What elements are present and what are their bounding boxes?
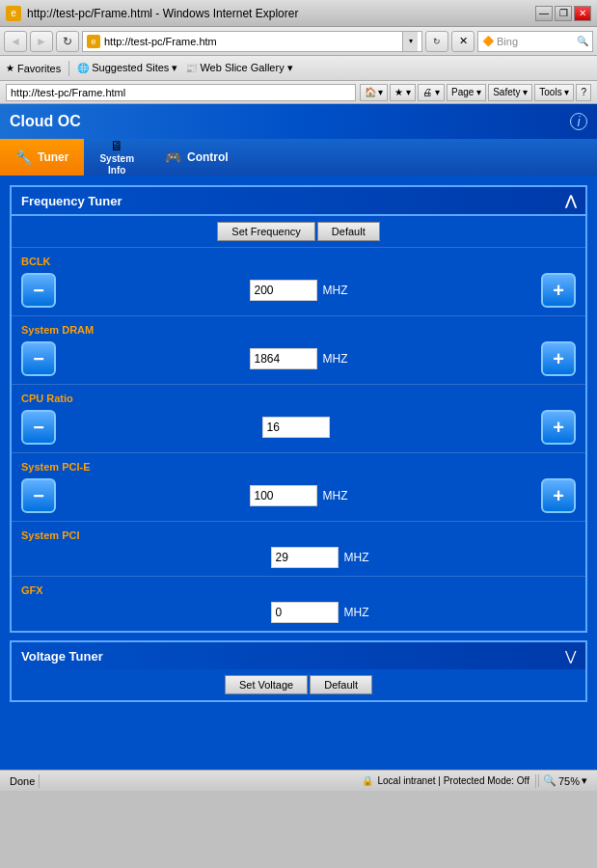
zoom-icon: 🔍	[543, 774, 556, 787]
bclk-plus-button[interactable]: +	[541, 273, 576, 308]
bclk-section: BCLK − MHZ +	[12, 248, 585, 316]
web-slice-item[interactable]: 📰 Web Slice Gallery ▾	[185, 62, 292, 74]
favorites-bar: ★ Favorites 🌐 Suggested Sites ▾ 📰 Web Sl…	[0, 56, 597, 81]
voltage-expand-button[interactable]: ⋁	[565, 648, 576, 664]
zoom-control[interactable]: 🔍 75% ▾	[538, 774, 591, 787]
system-pci-input-wrapper: MHZ	[64, 547, 576, 568]
system-pcie-section: System PCI-E − MHZ +	[12, 453, 585, 522]
bclk-label: BCLK	[21, 256, 576, 267]
system-dram-plus-button[interactable]: +	[541, 341, 576, 376]
content-area: Frequency Tuner ⋀ Set Frequency Default …	[0, 176, 597, 770]
control-label: Control	[187, 150, 229, 164]
frequency-default-button[interactable]: Default	[317, 222, 380, 241]
voltage-tuner-title: Voltage Tuner	[21, 649, 103, 664]
bclk-minus-button[interactable]: −	[21, 273, 56, 308]
address-bar[interactable]: e http://test-pc/Frame.htm ▾	[82, 31, 422, 52]
tab-control[interactable]: 🎮 Control	[149, 139, 244, 176]
gfx-input[interactable]	[271, 602, 339, 623]
voltage-default-button[interactable]: Default	[310, 675, 372, 694]
system-pcie-input[interactable]	[250, 485, 317, 506]
system-pci-label: System PCI	[21, 529, 576, 541]
gfx-section: GFX MHZ	[12, 577, 585, 631]
cpu-ratio-plus-button[interactable]: +	[541, 410, 576, 445]
system-pci-controls: MHZ	[21, 547, 576, 568]
search-go-button[interactable]: 🔍	[577, 36, 588, 46]
browser-title: http://test-pc/Frame.html - Windows Inte…	[27, 7, 298, 20]
system-info-icon: 🖥	[110, 138, 123, 153]
page-url: http://test-pc/Frame.html	[11, 87, 125, 98]
stop-button[interactable]: ✕	[451, 31, 475, 52]
restore-button[interactable]: ❐	[555, 6, 572, 21]
page-menu-button[interactable]: Page ▾	[447, 84, 486, 101]
system-pcie-controls: − MHZ +	[21, 478, 576, 513]
security-text: Local intranet | Protected Mode: Off	[373, 775, 533, 786]
cloud-oc-header: Cloud OC i	[0, 104, 597, 139]
web-slice-label: Web Slice Gallery ▾	[200, 62, 292, 74]
voltage-tuner-header: Voltage Tuner ⋁	[12, 642, 585, 669]
set-frequency-button[interactable]: Set Frequency	[217, 222, 315, 241]
tab-tuner[interactable]: 🔧 Tuner	[0, 139, 84, 176]
page-address-bar: http://test-pc/Frame.html 🏠 ▾ ★ ▾ 🖨 ▾ Pa…	[0, 81, 597, 104]
safety-menu-button[interactable]: Safety ▾	[488, 84, 532, 101]
zoom-dropdown-icon: ▾	[582, 774, 587, 787]
favorites-star-button[interactable]: ★ ▾	[390, 84, 416, 101]
system-pcie-plus-button[interactable]: +	[541, 478, 576, 513]
favorites-item[interactable]: ★ Favorites	[6, 63, 61, 74]
home-button[interactable]: 🏠 ▾	[360, 84, 389, 101]
tab-system-info[interactable]: 🖥 SystemInfo	[84, 139, 149, 176]
forward-button[interactable]: ►	[30, 31, 53, 52]
system-pcie-label: System PCI-E	[21, 461, 576, 473]
tools-menu-button[interactable]: Tools ▾	[534, 84, 574, 101]
refresh-button[interactable]: ↻	[56, 31, 79, 52]
gfx-unit: MHZ	[344, 606, 369, 619]
print-button[interactable]: 🖨 ▾	[418, 84, 445, 101]
frequency-tuner-panel: Frequency Tuner ⋀ Set Frequency Default …	[10, 185, 587, 633]
cpu-ratio-controls: − +	[21, 410, 576, 445]
tuner-icon: 🔧	[15, 149, 32, 165]
status-right: 🔒 Local intranet | Protected Mode: Off 🔍…	[40, 774, 591, 788]
status-divider2	[535, 774, 536, 788]
cpu-ratio-label: CPU Ratio	[21, 393, 576, 404]
system-dram-section: System DRAM − MHZ +	[12, 316, 585, 385]
status-bar: Done 🔒 Local intranet | Protected Mode: …	[0, 770, 597, 791]
fav-divider	[68, 61, 69, 76]
system-dram-input[interactable]	[250, 348, 317, 369]
zoom-level: 75%	[558, 775, 580, 787]
collapse-button[interactable]: ⋀	[565, 193, 576, 208]
gfx-label: GFX	[21, 584, 576, 596]
cpu-ratio-section: CPU Ratio − +	[12, 385, 585, 453]
set-voltage-button[interactable]: Set Voltage	[225, 675, 308, 694]
control-icon: 🎮	[165, 149, 181, 165]
frequency-tuner-title: Frequency Tuner	[21, 194, 122, 208]
bing-icon: 🔶	[482, 36, 494, 46]
minimize-button[interactable]: —	[535, 6, 553, 21]
web-slice-icon: 📰	[185, 63, 197, 73]
tuner-label: Tuner	[38, 150, 68, 164]
bclk-controls: − MHZ +	[21, 273, 576, 308]
go-refresh-button[interactable]: ↻	[425, 31, 448, 52]
browser-titlebar: e http://test-pc/Frame.html - Windows In…	[0, 0, 597, 27]
cpu-ratio-input-wrapper	[64, 417, 533, 438]
gfx-controls: MHZ	[21, 602, 576, 623]
page-toolbar: 🏠 ▾ ★ ▾ 🖨 ▾ Page ▾ Safety ▾ Tools ▾ ?	[360, 84, 591, 101]
suggested-sites-item[interactable]: 🌐 Suggested Sites ▾	[77, 62, 177, 74]
address-dropdown[interactable]: ▾	[402, 32, 418, 51]
info-icon[interactable]: i	[570, 113, 587, 130]
bclk-input[interactable]	[250, 280, 317, 301]
system-pcie-minus-button[interactable]: −	[21, 478, 56, 513]
browser-icon: e	[6, 6, 21, 21]
cpu-ratio-input[interactable]	[262, 417, 330, 438]
cpu-ratio-minus-button[interactable]: −	[21, 410, 56, 445]
back-button[interactable]: ◄	[4, 31, 27, 52]
voltage-action-row: Set Voltage Default	[12, 669, 585, 700]
page-address-text[interactable]: http://test-pc/Frame.html	[6, 84, 356, 101]
browser-content: Cloud OC i 🔧 Tuner 🖥 SystemInfo 🎮 Contro…	[0, 104, 597, 770]
search-bar[interactable]: 🔶 Bing 🔍	[477, 31, 593, 52]
browser-navbar: ◄ ► ↻ e http://test-pc/Frame.htm ▾ ↻ ✕ 🔶…	[0, 27, 597, 56]
help-button[interactable]: ?	[576, 84, 591, 101]
system-dram-minus-button[interactable]: −	[21, 341, 56, 376]
close-button[interactable]: ✕	[574, 6, 591, 21]
system-pci-unit: MHZ	[344, 551, 369, 564]
system-pci-input[interactable]	[271, 547, 339, 568]
frequency-action-row: Set Frequency Default	[12, 216, 585, 248]
